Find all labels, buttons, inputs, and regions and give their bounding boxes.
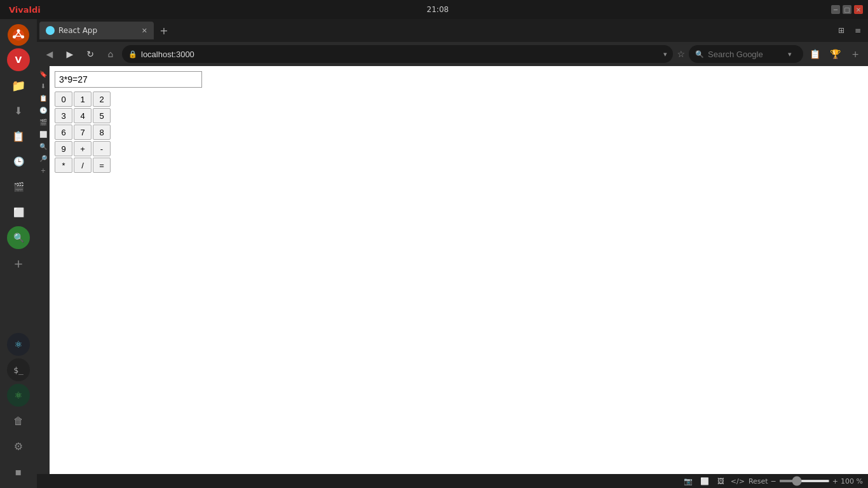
code-icon[interactable]: </> (732, 475, 743, 487)
search-icon: 🔍 (695, 50, 704, 58)
window-controls: ─ □ ✕ (831, 5, 863, 14)
search-input[interactable] (708, 50, 784, 59)
window-icon[interactable]: ⬜ (699, 475, 710, 487)
zoom-control: Reset − + 100 % (749, 477, 863, 485)
sidebar-item-search[interactable]: 🔍 (7, 226, 30, 249)
sidebar-item-react[interactable]: ⚛ (7, 333, 30, 356)
titlebar-left: Vivaldi (5, 5, 44, 15)
statusbar: 📷 ⬜ 🖼 </> Reset − + 100 % (37, 474, 868, 488)
calc-btn-divide[interactable]: / (74, 158, 92, 173)
calc-btn-4[interactable]: 4 (74, 108, 92, 123)
url-bar-container: 🔒 ▾ (122, 45, 673, 63)
minimize-button[interactable]: ─ (831, 5, 840, 14)
tabbar-controls: ⊞ ≡ (834, 23, 865, 38)
screenshot-icon[interactable]: 📷 (682, 475, 694, 487)
sidebar-item-vivaldi[interactable]: V (7, 48, 30, 71)
sidebar-item-app2[interactable]: ⚛ (7, 384, 30, 407)
calc-row-1: 3 4 5 (55, 108, 863, 123)
sidebar: V 📁 ⬇ 📋 🕒 🎬 ⬜ 🔍 + ⚛ $_ ⚛ 🗑 ⚙ ▪ (0, 19, 37, 488)
calculator-app: 0 1 2 3 4 5 6 7 8 (50, 66, 868, 179)
calc-btn-multiply[interactable]: * (55, 158, 72, 173)
image-icon[interactable]: 🖼 (715, 475, 727, 487)
calc-btn-0[interactable]: 0 (55, 92, 72, 107)
bookmark-button[interactable]: ☆ (675, 49, 686, 59)
sidebar-item-panel-toggle[interactable]: ▪ (7, 460, 30, 483)
active-tab[interactable]: ⚛ React App ✕ (39, 22, 154, 39)
tab-favicon: ⚛ (46, 26, 55, 35)
calc-btn-8[interactable]: 8 (93, 125, 111, 140)
sidebar-item-add[interactable]: + (7, 252, 30, 274)
vivaldicup-button[interactable]: 🏆 (826, 45, 844, 63)
security-icon: 🔒 (128, 50, 137, 58)
panel-add-icon[interactable]: + (38, 165, 48, 175)
maximize-button[interactable]: □ (843, 5, 851, 14)
home-button[interactable]: ⌂ (102, 45, 119, 63)
calc-row-4: * / = (55, 158, 863, 173)
sidebar-item-history[interactable]: 🕒 (7, 150, 30, 173)
calc-btn-equals[interactable]: = (93, 158, 111, 173)
calc-btn-2[interactable]: 2 (93, 92, 111, 107)
sidebar-item-settings[interactable]: ⚙ (7, 435, 30, 458)
sidebar-item-notes[interactable]: 📋 (7, 125, 30, 147)
panel-zoom-icon[interactable]: 🔎 (38, 153, 48, 163)
sidebar-item-windows[interactable]: ⬜ (7, 201, 30, 224)
back-button[interactable]: ◀ (41, 45, 58, 63)
extensions-button[interactable]: + (846, 45, 864, 63)
vivaldi-logo[interactable]: Vivaldi (5, 5, 44, 15)
sidebar-item-terminal[interactable]: $_ (7, 358, 30, 381)
navbar: ◀ ▶ ↻ ⌂ 🔒 ▾ ☆ 🔍 ▾ 📋 🏆 + (37, 42, 868, 66)
zoom-minus-icon[interactable]: − (771, 477, 776, 485)
titlebar: Vivaldi 21:08 ─ □ ✕ (0, 0, 868, 19)
zoom-slider[interactable] (779, 480, 830, 482)
page-content: 0 1 2 3 4 5 6 7 8 (50, 66, 868, 474)
left-panel-strip: 🔖 ⬇ 📋 🕒 🎬 ⬜ 🔍 🔎 + (37, 66, 50, 474)
titlebar-time: 21:08 (427, 5, 449, 14)
panel-bookmark-icon[interactable]: 🔖 (38, 69, 48, 79)
calc-row-0: 0 1 2 (55, 92, 863, 107)
url-input[interactable] (141, 50, 660, 59)
panel-window-icon[interactable]: ⬜ (38, 129, 48, 139)
sidebar-item-ubuntu[interactable] (8, 24, 29, 46)
panel-notes-icon[interactable]: 📋 (38, 93, 48, 103)
sidebar-item-downloads[interactable]: ⬇ (7, 99, 30, 122)
content-area: ⚛ React App ✕ + ⊞ ≡ ◀ ▶ ↻ ⌂ 🔒 ▾ ☆ 🔍 (37, 19, 868, 488)
reload-button[interactable]: ↻ (81, 45, 99, 63)
panel-capture-icon[interactable]: 🎬 (38, 117, 48, 127)
tab-close-button[interactable]: ✕ (142, 27, 147, 35)
calc-btn-3[interactable]: 3 (55, 108, 72, 123)
tabbar: ⚛ React App ✕ + ⊞ ≡ (37, 19, 868, 42)
tab-title: React App (58, 26, 97, 35)
calc-btn-1[interactable]: 1 (74, 92, 92, 107)
calc-btn-6[interactable]: 6 (55, 125, 72, 140)
sidebar-item-capture[interactable]: 🎬 (7, 175, 30, 198)
ubuntu-icon (12, 29, 25, 41)
readinglist-button[interactable]: 📋 (806, 45, 824, 63)
search-bar-container: 🔍 ▾ (689, 45, 803, 63)
panel-download-icon[interactable]: ⬇ (38, 81, 48, 91)
page-wrapper: 🔖 ⬇ 📋 🕒 🎬 ⬜ 🔍 🔎 + 0 1 (37, 66, 868, 474)
panel-search-icon[interactable]: 🔍 (38, 141, 48, 151)
calc-btn-plus[interactable]: + (74, 141, 92, 156)
browser-body: V 📁 ⬇ 📋 🕒 🎬 ⬜ 🔍 + ⚛ $_ ⚛ 🗑 ⚙ ▪ (0, 19, 868, 488)
search-dropdown-button[interactable]: ▾ (788, 50, 792, 58)
sidebar-item-speeddial[interactable]: 📁 (7, 74, 30, 97)
close-button[interactable]: ✕ (854, 5, 863, 14)
calc-btn-5[interactable]: 5 (93, 108, 111, 123)
calc-btn-7[interactable]: 7 (74, 125, 92, 140)
calc-btn-minus[interactable]: - (93, 141, 111, 156)
new-tab-button[interactable]: + (156, 23, 172, 38)
reset-label[interactable]: Reset (749, 477, 768, 485)
zoom-level: 100 % (841, 477, 863, 485)
url-dropdown-button[interactable]: ▾ (663, 50, 667, 58)
tab-stack-icon[interactable]: ⊞ (834, 23, 849, 38)
panel-history-icon[interactable]: 🕒 (38, 105, 48, 115)
calc-row-3: 9 + - (55, 141, 863, 156)
calc-btn-9[interactable]: 9 (55, 141, 72, 156)
sidebar-item-trash[interactable]: 🗑 (7, 409, 30, 432)
calc-row-2: 6 7 8 (55, 125, 863, 140)
zoom-plus-icon[interactable]: + (832, 477, 838, 485)
tab-list-icon[interactable]: ≡ (850, 23, 865, 38)
calculator-display[interactable] (55, 71, 202, 88)
forward-button[interactable]: ▶ (61, 45, 79, 63)
